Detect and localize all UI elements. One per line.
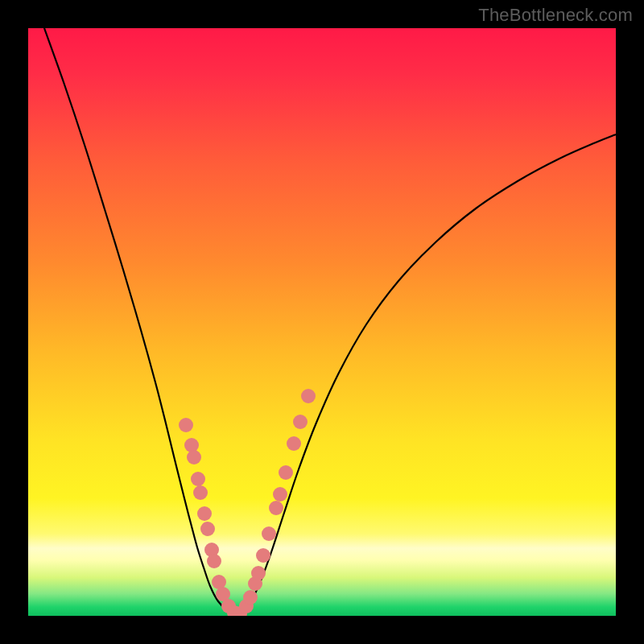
marker-dot (269, 501, 283, 515)
marker-dot (243, 590, 258, 605)
marker-dot (200, 522, 215, 536)
marker-dot (197, 506, 212, 521)
marker-dot (293, 415, 308, 429)
marker-dot (191, 472, 205, 486)
marker-dot (262, 526, 276, 541)
curve-right-branch (236, 134, 616, 615)
marker-dot (207, 554, 221, 568)
plot-area (28, 28, 616, 616)
marker-dot (287, 436, 301, 451)
marker-dot (301, 389, 316, 403)
marker-dot (273, 487, 287, 502)
marker-dot (187, 450, 201, 464)
marker-dot (279, 465, 293, 480)
watermark-text: TheBottleneck.com (478, 5, 633, 26)
marker-dot (256, 548, 270, 563)
outer-frame: TheBottleneck.com (0, 0, 644, 644)
chart-svg (28, 28, 616, 616)
marker-dot (179, 418, 193, 432)
marker-dot (193, 485, 208, 500)
marker-dots-group (179, 389, 316, 616)
marker-dot (251, 566, 266, 580)
marker-dot (184, 438, 199, 452)
